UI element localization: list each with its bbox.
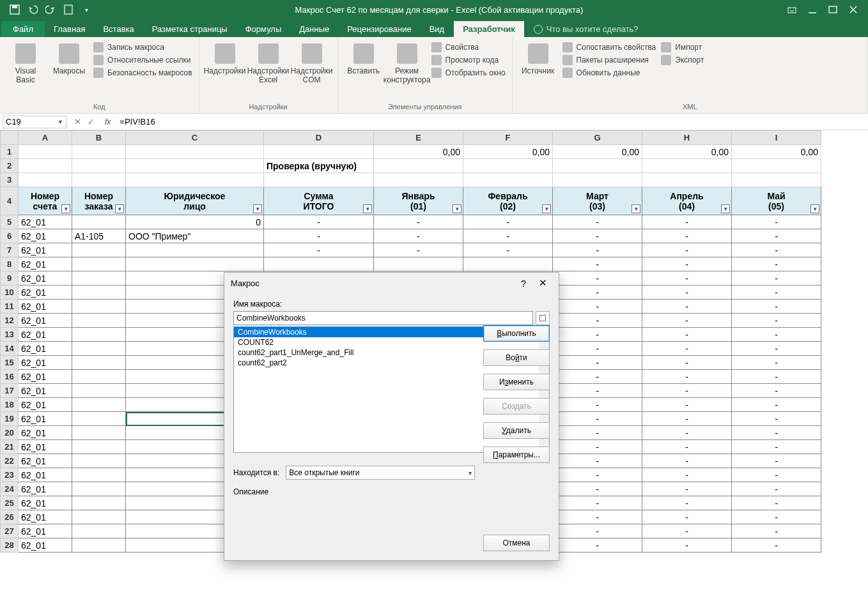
cell-A19[interactable]: 62_01 <box>19 412 72 426</box>
row-header-23[interactable]: 23 <box>1 468 19 482</box>
cell-H14[interactable]: - <box>642 342 732 356</box>
cell-A15[interactable]: 62_01 <box>19 356 72 370</box>
header-cell-F[interactable]: Февраль(02)▾ <box>463 187 553 215</box>
col-header-B[interactable]: B <box>72 131 126 145</box>
cell-F2[interactable] <box>463 159 553 173</box>
new-icon[interactable] <box>63 4 74 15</box>
cell-I13[interactable]: - <box>732 328 821 342</box>
enter-formula-icon[interactable]: ✓ <box>88 117 95 126</box>
cell-C2[interactable] <box>126 159 264 173</box>
cell-D6[interactable]: - <box>264 229 374 243</box>
cell-A16[interactable]: 62_01 <box>19 370 72 384</box>
cell-B1[interactable] <box>72 145 126 159</box>
cell-E7[interactable]: - <box>374 243 463 257</box>
row-header-13[interactable]: 13 <box>1 328 19 342</box>
header-cell-B[interactable]: Номерзаказа▾ <box>72 187 126 215</box>
cell-B19[interactable] <box>72 412 126 426</box>
row-header-26[interactable]: 26 <box>1 510 19 524</box>
cell-H20[interactable]: - <box>642 426 732 440</box>
tab-Вид[interactable]: Вид <box>421 21 454 37</box>
cell-G18[interactable]: - <box>553 398 642 412</box>
cell-A14[interactable]: 62_01 <box>19 342 72 356</box>
cell-B10[interactable] <box>72 286 126 300</box>
filter-icon[interactable]: ▾ <box>453 204 461 213</box>
cell-I11[interactable]: - <box>732 300 821 314</box>
cell-G3[interactable] <box>553 173 642 187</box>
cell-I17[interactable]: - <box>732 384 821 398</box>
row-header-27[interactable]: 27 <box>1 524 19 538</box>
excel-addins-button[interactable]: Надстройки Excel <box>249 40 288 84</box>
xml-export-button[interactable]: Экспорт <box>661 55 704 65</box>
header-cell-C[interactable]: Юридическоелицо▾ <box>126 187 264 215</box>
cell-B24[interactable] <box>72 482 126 496</box>
filter-icon[interactable]: ▾ <box>632 204 640 213</box>
cell-G12[interactable]: - <box>553 314 642 328</box>
help-icon[interactable]: ? <box>514 278 533 289</box>
cell-I3[interactable] <box>732 173 821 187</box>
located-in-select[interactable]: Все открытые книги▾ <box>286 466 475 480</box>
refresh-data-button[interactable]: Обновить данные <box>562 68 656 78</box>
cell-F8[interactable] <box>463 257 553 271</box>
cell-H9[interactable]: - <box>642 271 732 286</box>
cell-B3[interactable] <box>72 173 126 187</box>
cell-D7[interactable]: - <box>264 243 374 257</box>
cell-I16[interactable]: - <box>732 370 821 384</box>
row-header-15[interactable]: 15 <box>1 356 19 370</box>
ribbon-display-icon[interactable] <box>787 5 796 14</box>
cell-B23[interactable] <box>72 468 126 482</box>
cell-I14[interactable]: - <box>732 342 821 356</box>
cell-C8[interactable] <box>126 257 264 271</box>
cell-A26[interactable]: 62_01 <box>19 510 72 524</box>
cell-B12[interactable] <box>72 314 126 328</box>
cancel-formula-icon[interactable]: ✕ <box>74 117 81 126</box>
undo-icon[interactable] <box>27 4 38 15</box>
view-code-button[interactable]: Просмотр кода <box>431 55 506 65</box>
cell-A12[interactable]: 62_01 <box>19 314 72 328</box>
row-header-11[interactable]: 11 <box>1 300 19 314</box>
map-properties-button[interactable]: Сопоставить свойства <box>562 42 656 52</box>
cell-A6[interactable]: 62_01 <box>19 229 72 243</box>
cell-I22[interactable]: - <box>732 454 821 468</box>
filter-icon[interactable]: ▾ <box>363 204 372 213</box>
cell-E6[interactable]: - <box>374 229 463 243</box>
row-header-18[interactable]: 18 <box>1 398 19 412</box>
cell-B6[interactable]: A1-105 <box>72 229 126 243</box>
cell-B14[interactable] <box>72 342 126 356</box>
row-header-22[interactable]: 22 <box>1 454 19 468</box>
cell-A1[interactable] <box>19 145 72 159</box>
expansion-packs-button[interactable]: Пакеты расширения <box>562 55 656 65</box>
cell-A3[interactable] <box>19 173 72 187</box>
options-button[interactable]: Параметры... <box>483 446 550 463</box>
cell-F3[interactable] <box>463 173 553 187</box>
col-header-G[interactable]: G <box>553 131 642 145</box>
insert-controls-button[interactable]: Вставить <box>345 40 383 75</box>
cell-G6[interactable]: - <box>553 229 642 243</box>
cell-G27[interactable]: - <box>553 524 642 538</box>
tab-Вставка[interactable]: Вставка <box>94 21 143 37</box>
cell-B15[interactable] <box>72 356 126 370</box>
cell-H12[interactable]: - <box>642 314 732 328</box>
macro-security-button[interactable]: Безопасность макросов <box>93 68 192 78</box>
cell-B13[interactable] <box>72 328 126 342</box>
tab-Разметка страницы[interactable]: Разметка страницы <box>143 21 236 37</box>
cell-I18[interactable]: - <box>732 398 821 412</box>
row-header-25[interactable]: 25 <box>1 496 19 510</box>
cell-A11[interactable]: 62_01 <box>19 300 72 314</box>
cell-B8[interactable] <box>72 257 126 271</box>
cell-C7[interactable] <box>126 243 264 257</box>
cell-A20[interactable]: 62_01 <box>19 426 72 440</box>
cell-B17[interactable] <box>72 384 126 398</box>
minimize-icon[interactable] <box>808 5 817 14</box>
cell-I19[interactable]: - <box>732 412 821 426</box>
cell-B20[interactable] <box>72 426 126 440</box>
cell-H11[interactable]: - <box>642 300 732 314</box>
close-icon[interactable] <box>849 5 858 14</box>
row-header-2[interactable]: 2 <box>1 159 19 173</box>
col-header-H[interactable]: H <box>642 131 732 145</box>
tab-file[interactable]: Файл <box>1 21 45 37</box>
col-header-C[interactable]: C <box>126 131 264 145</box>
cell-G10[interactable]: - <box>553 286 642 300</box>
cell-C5[interactable]: 0 <box>126 215 264 229</box>
cell-I26[interactable]: - <box>732 510 821 524</box>
addins-button[interactable]: Надстройки <box>206 40 244 75</box>
